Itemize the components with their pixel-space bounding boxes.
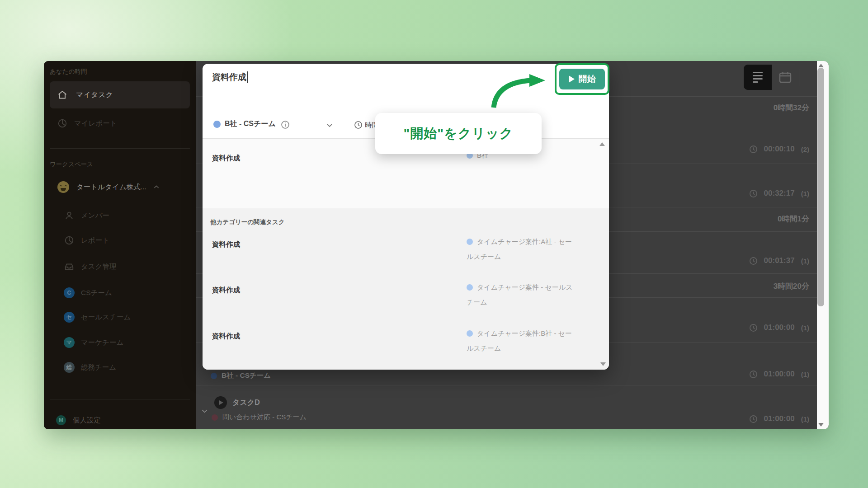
sidebar-item-team-general-affairs: 総 総務チーム: [64, 362, 116, 373]
inbox-icon: [64, 261, 75, 272]
category-selector[interactable]: B社 - CSチーム: [225, 119, 276, 129]
suggested-task-title[interactable]: 資料作成: [212, 154, 240, 163]
task-title: タスクD: [232, 398, 260, 408]
chevron-up-icon: [153, 183, 160, 191]
category-dot: [212, 414, 218, 421]
chevron-down-icon: [201, 407, 208, 415]
task-time: 01:00:00: [764, 323, 795, 332]
clock-icon: [749, 145, 758, 154]
list-view-button: [744, 65, 772, 90]
team-badge-icon: マ: [64, 337, 75, 348]
sidebar-item-team-sales: セ セールスチーム: [64, 312, 131, 323]
entry-count: (1): [801, 371, 809, 378]
row-divider: [196, 385, 817, 385]
suggested-task-category[interactable]: タイムチャージ案件:B社 - セールスチーム: [467, 326, 573, 356]
task-time: 00:32:17: [764, 189, 795, 198]
app-window: あなたの時間 マイタスク マイレポート ワークスペース タートルタイム株式...: [44, 61, 829, 429]
sidebar-item-label: CSチーム: [81, 288, 112, 298]
sidebar-item-personal-settings: M 個人設定: [56, 415, 101, 426]
suggested-task-title[interactable]: 資料作成: [212, 240, 240, 249]
view-toggle-group: [743, 64, 800, 90]
sidebar-divider: [50, 399, 190, 399]
task-category-line: B社 - CSチーム: [211, 371, 271, 380]
category-dot: [467, 239, 473, 245]
suggested-task-category[interactable]: タイムチャージ案件 - セールスチーム: [467, 280, 573, 310]
task-time: 01:00:00: [764, 370, 795, 379]
task-time-entry: 01:00:00 (1): [749, 414, 809, 423]
sidebar-item-label: マイタスク: [76, 90, 113, 100]
pie-chart-icon: [57, 118, 68, 129]
clock-icon: [749, 415, 758, 423]
sidebar-item-label: マーケチーム: [81, 338, 123, 347]
text-caret: [247, 71, 248, 83]
other-category-header: 他カテゴリーの関連タスク: [210, 218, 285, 226]
sidebar-item-label: 総務チーム: [81, 363, 116, 372]
sidebar-item-team-cs: C CSチーム: [64, 287, 112, 298]
sidebar-item-label: セールスチーム: [81, 313, 131, 322]
pie-chart-icon: [64, 235, 75, 246]
workspace-emoji-icon: [57, 181, 69, 193]
task-time-entry: 00:32:17 (1): [749, 189, 809, 198]
entry-count: (1): [801, 190, 809, 197]
sidebar-section-workspace: ワークスペース: [50, 160, 93, 169]
sidebar-item-reports: レポート: [64, 235, 109, 246]
sidebar-item-label: 個人設定: [73, 416, 101, 425]
task-time-entry: 01:00:00 (1): [749, 370, 809, 379]
start-button[interactable]: 開始: [559, 69, 605, 89]
sidebar-divider: [50, 148, 190, 149]
sidebar-item-task-management: タスク管理: [64, 261, 117, 272]
dropdown-scroll-up-icon[interactable]: [599, 142, 605, 146]
clock-icon: [749, 189, 758, 198]
tooltip-text: "開始"をクリック: [404, 125, 514, 143]
clock-icon: [749, 324, 758, 332]
task-name-input[interactable]: 資料作成: [212, 70, 248, 84]
person-icon: [64, 210, 75, 221]
sidebar-item-label: タスク管理: [81, 262, 117, 272]
new-task-dialog: 資料作成 B社 - CSチーム 時間 資料作成 B社 このカテゴリーのタスクは以…: [203, 64, 609, 370]
suggested-task-title[interactable]: 資料作成: [212, 332, 240, 341]
other-category-section: 他カテゴリーの関連タスク 資料作成 タイムチャージ案件:A社 - セールスチーム…: [203, 208, 609, 370]
task-category-line: 問い合わせ対応 - CSチーム: [212, 413, 307, 422]
clock-icon: [749, 370, 758, 379]
workspace-name: タートルタイム株式...: [76, 183, 146, 192]
daily-total: 0時間1分: [778, 214, 809, 224]
chevron-down-icon[interactable]: [326, 121, 334, 129]
scroll-up-arrow[interactable]: [818, 64, 824, 67]
sidebar-item-label: レポート: [81, 236, 109, 245]
sidebar-item-my-reports: マイレポート: [57, 118, 117, 129]
calendar-view-button: [772, 65, 800, 90]
sidebar-item-my-tasks: マイタスク: [50, 81, 190, 108]
daily-total: 3時間20分: [774, 281, 809, 291]
category-dot: [213, 121, 221, 128]
play-icon: [569, 75, 575, 83]
scrollbar-thumb[interactable]: [817, 68, 824, 306]
sidebar-item-members: メンバー: [64, 210, 109, 221]
sidebar-item-label: マイレポート: [74, 119, 117, 128]
sidebar-item-team-marketing: マ マーケチーム: [64, 337, 123, 348]
task-time: 01:00:00: [764, 414, 795, 423]
suggested-task-category[interactable]: タイムチャージ案件:A社 - セールスチーム: [467, 234, 573, 264]
team-badge-icon: セ: [64, 312, 75, 323]
sidebar-item-label: メンバー: [81, 211, 109, 221]
tutorial-tooltip: "開始"をクリック: [375, 113, 542, 154]
dropdown-scroll-down-icon[interactable]: [600, 362, 606, 366]
task-time-entry: 01:00:00 (1): [749, 323, 809, 332]
clock-icon: [354, 121, 363, 129]
daily-total: 0時間32分: [774, 103, 809, 113]
task-row: タスクD: [214, 396, 260, 409]
entry-count: (2): [801, 145, 809, 153]
task-time: 00:01:37: [764, 256, 795, 265]
category-dot: [467, 284, 473, 291]
info-icon[interactable]: [281, 120, 290, 129]
start-button-highlight: 開始: [555, 63, 609, 95]
page-scrollbar[interactable]: [817, 61, 829, 429]
entry-count: (1): [801, 324, 809, 332]
sidebar-section-your-time: あなたの時間: [50, 68, 87, 76]
sidebar-workspace-switcher: タートルタイム株式...: [57, 181, 160, 193]
category-dot: [467, 330, 473, 337]
task-time: 00:00:10: [764, 145, 795, 154]
task-time-entry: 00:01:37 (1): [749, 256, 809, 265]
scroll-down-arrow[interactable]: [818, 423, 824, 427]
suggested-task-title[interactable]: 資料作成: [212, 286, 240, 295]
entry-count: (1): [801, 257, 809, 265]
